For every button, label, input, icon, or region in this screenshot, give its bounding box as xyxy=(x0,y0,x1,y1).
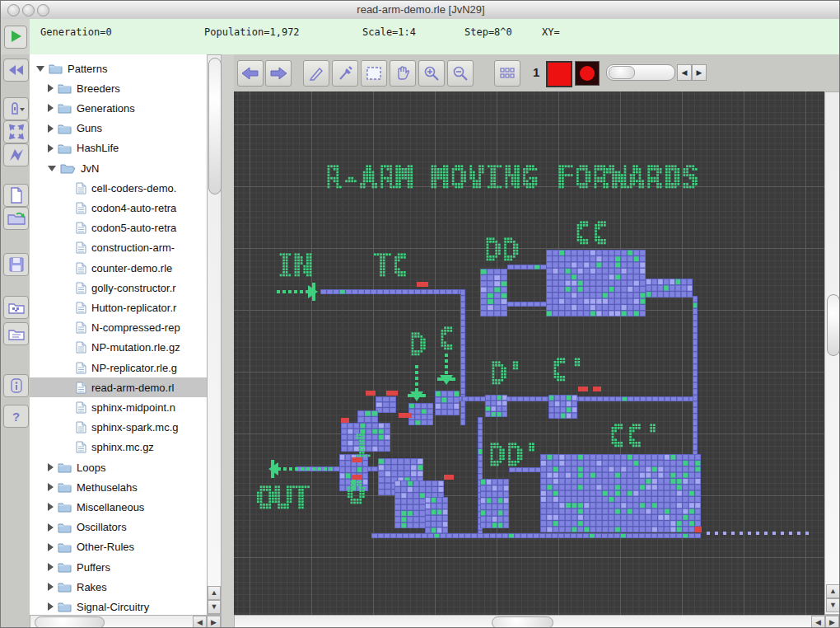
disclosure-triangle-icon[interactable] xyxy=(48,602,54,611)
disclosure-triangle-icon[interactable] xyxy=(48,166,56,171)
tree-item-file[interactable]: codon5-auto-retra xyxy=(30,218,222,238)
disclosure-triangle-icon[interactable] xyxy=(36,66,44,72)
canvas-vscroll-thumb[interactable] xyxy=(827,294,840,356)
info-button[interactable] xyxy=(3,374,29,397)
disclosure-triangle-icon[interactable] xyxy=(48,144,54,152)
file-icon xyxy=(76,222,86,234)
cursor-mode-button[interactable] xyxy=(3,97,29,120)
tree-item-file[interactable]: counter-demo.rle xyxy=(30,258,222,278)
titlebar[interactable]: read-arm-demo.rle [JvN29] xyxy=(1,1,840,20)
tree-item-folder[interactable]: Rakes xyxy=(30,577,222,597)
draw-button[interactable] xyxy=(303,60,329,87)
tree-item-file[interactable]: read-arm-demo.rl xyxy=(30,377,222,397)
tree-item-folder[interactable]: Patterns xyxy=(30,59,222,78)
zoom-in-icon xyxy=(423,65,440,82)
tree-item-label: Other-Rules xyxy=(77,541,134,553)
fit-pattern-button[interactable] xyxy=(3,120,29,143)
tree-vscrollbar[interactable]: ▲ ▼ xyxy=(207,54,222,615)
canvas-scroll-right-icon[interactable]: ▶ xyxy=(825,616,839,628)
tree-item-folder[interactable]: Breeders xyxy=(30,78,222,98)
select-button[interactable] xyxy=(361,60,387,87)
canvas-vscrollbar[interactable]: ▲ ▼ xyxy=(824,91,840,615)
opacity-slider-thumb[interactable] xyxy=(609,66,635,79)
pick-button[interactable] xyxy=(332,60,358,87)
tree-item-file[interactable]: cell-coders-demo. xyxy=(30,178,222,198)
canvas-hscroll-thumb[interactable] xyxy=(492,616,553,628)
tree-item-file[interactable]: N-compressed-rep xyxy=(30,318,222,338)
disclosure-triangle-icon[interactable] xyxy=(48,503,54,511)
disclosure-triangle-icon[interactable] xyxy=(48,104,54,112)
tree-item-file[interactable]: Hutton-replicator.r xyxy=(30,298,222,317)
rewind-button[interactable] xyxy=(3,59,29,82)
tree-item-folder[interactable]: Guns xyxy=(30,119,222,138)
tree-item-folder[interactable]: Puffers xyxy=(30,557,222,577)
tree-hscroll-thumb[interactable] xyxy=(35,616,105,628)
select-rect-icon xyxy=(366,65,382,82)
show-patterns-button[interactable] xyxy=(3,296,29,319)
forward-button[interactable] xyxy=(265,60,292,87)
canvas-scroll-up-icon[interactable]: ▲ xyxy=(826,584,840,598)
back-button[interactable] xyxy=(237,60,264,87)
zoom-in-button[interactable] xyxy=(418,60,445,87)
zoom-out-button[interactable] xyxy=(447,60,474,87)
canvas-scroll-left-icon[interactable]: ◀ xyxy=(811,616,825,628)
tree-item-file[interactable]: NP-replicator.rle.g xyxy=(30,358,222,377)
tree-item-folder[interactable]: Methuselahs xyxy=(30,477,222,497)
tree-scroll-right-icon[interactable]: ▶ xyxy=(207,616,221,628)
move-button[interactable] xyxy=(390,60,416,87)
disclosure-triangle-icon[interactable] xyxy=(48,563,54,571)
all-states-button[interactable] xyxy=(494,60,520,87)
tree-item-folder[interactable]: Generations xyxy=(30,98,222,118)
disclosure-triangle-icon[interactable] xyxy=(48,543,54,551)
tree-item-label: golly-constructor.r xyxy=(91,282,176,294)
panel-splitter[interactable] xyxy=(222,54,235,628)
tree-item-file[interactable]: NP-mutation.rle.gz xyxy=(30,338,222,358)
pattern-view[interactable] xyxy=(234,91,824,615)
disclosure-triangle-icon[interactable] xyxy=(48,583,54,591)
disclosure-triangle-icon[interactable] xyxy=(48,463,54,471)
canvas-scroll-down-icon[interactable]: ▼ xyxy=(826,598,840,612)
tree-hscrollbar[interactable]: ◀ ▶ xyxy=(30,615,222,628)
current-state-number: 1 xyxy=(533,65,539,79)
folder-icon xyxy=(58,123,72,134)
tree-item-folder[interactable]: Loops xyxy=(30,457,222,477)
disclosure-triangle-icon[interactable] xyxy=(48,84,54,92)
tree-item-file[interactable]: sphinx-midpoint.n xyxy=(30,397,222,417)
tree-item-file[interactable]: sphinx-spark.mc.g xyxy=(30,418,222,438)
color-swatch[interactable] xyxy=(575,61,600,86)
folder-icon xyxy=(58,82,72,94)
play-button[interactable] xyxy=(4,26,27,49)
prev-state-button[interactable]: ◀ xyxy=(677,64,692,81)
tree-item-folder[interactable]: HashLife xyxy=(30,138,222,158)
states-grid-icon xyxy=(499,67,516,80)
help-button[interactable]: ? xyxy=(3,405,29,428)
tree-item-file[interactable]: golly-constructor.r xyxy=(30,278,222,298)
tree-item-file[interactable]: sphinx.mc.gz xyxy=(30,438,222,457)
save-pattern-button[interactable] xyxy=(3,253,29,276)
opacity-slider[interactable] xyxy=(606,64,675,81)
tree-item-folder[interactable]: Signal-Circuitry xyxy=(30,597,222,615)
disclosure-triangle-icon[interactable] xyxy=(48,523,54,532)
disclosure-triangle-icon[interactable] xyxy=(48,483,54,491)
tree-item-file[interactable]: construction-arm- xyxy=(30,238,222,258)
tree-item-folder[interactable]: Miscellaneous xyxy=(30,497,222,517)
disclosure-triangle-icon[interactable] xyxy=(48,124,54,133)
next-state-button[interactable]: ▶ xyxy=(692,64,707,81)
canvas-hscrollbar[interactable]: ◀ ▶ xyxy=(234,615,840,628)
tree-scroll-left-icon[interactable]: ◀ xyxy=(193,616,207,628)
tree-item-file[interactable]: codon4-auto-retra xyxy=(30,198,222,218)
new-pattern-button[interactable] xyxy=(3,184,29,207)
state-swatch[interactable] xyxy=(546,61,572,87)
hyperspeed-button[interactable] xyxy=(3,143,29,166)
tree-scroll-up-icon[interactable]: ▲ xyxy=(208,586,221,600)
tree-item-label: Miscellaneous xyxy=(77,501,144,513)
tree-vscroll-thumb[interactable] xyxy=(208,58,222,194)
tree-item-folder[interactable]: Other-Rules xyxy=(30,537,222,557)
folder-icon xyxy=(58,462,72,473)
tree-item-folder[interactable]: JvN xyxy=(30,158,222,178)
open-pattern-button[interactable] xyxy=(3,207,29,230)
tree-item-folder[interactable]: Oscillators xyxy=(30,518,222,537)
rewind-icon xyxy=(8,63,25,77)
show-scripts-button[interactable] xyxy=(3,322,29,345)
tree-scroll-down-icon[interactable]: ▼ xyxy=(208,600,221,614)
